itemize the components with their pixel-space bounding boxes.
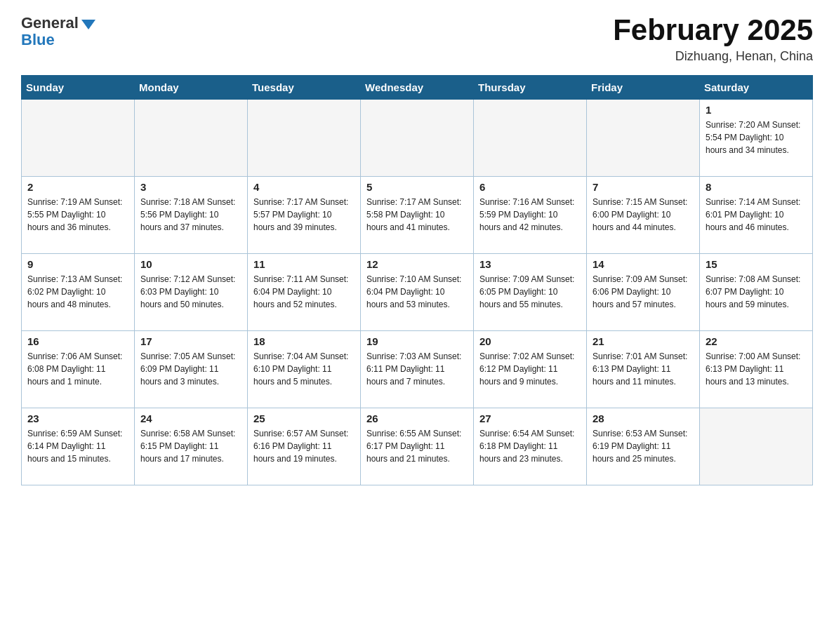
calendar-cell: 19Sunrise: 7:03 AM Sunset: 6:11 PM Dayli…: [361, 331, 474, 408]
logo-arrow-icon: [81, 20, 95, 29]
day-info: Sunrise: 7:17 AM Sunset: 5:58 PM Dayligh…: [366, 196, 468, 234]
day-number: 17: [140, 335, 241, 347]
calendar-cell: 28Sunrise: 6:53 AM Sunset: 6:19 PM Dayli…: [587, 408, 700, 485]
calendar-cell: [474, 100, 587, 177]
day-number: 7: [593, 181, 694, 193]
logo-general-text: General: [21, 14, 79, 32]
day-info: Sunrise: 7:20 AM Sunset: 5:54 PM Dayligh…: [706, 119, 807, 156]
calendar-cell: 27Sunrise: 6:54 AM Sunset: 6:18 PM Dayli…: [474, 408, 587, 485]
day-number: 10: [140, 258, 241, 270]
calendar-cell: 24Sunrise: 6:58 AM Sunset: 6:15 PM Dayli…: [135, 408, 248, 485]
calendar-week-1: 1Sunrise: 7:20 AM Sunset: 5:54 PM Daylig…: [22, 100, 813, 177]
day-number: 4: [253, 181, 355, 193]
day-info: Sunrise: 6:57 AM Sunset: 6:16 PM Dayligh…: [253, 427, 355, 465]
calendar-cell: 20Sunrise: 7:02 AM Sunset: 6:12 PM Dayli…: [474, 331, 587, 408]
calendar-cell: 17Sunrise: 7:05 AM Sunset: 6:09 PM Dayli…: [135, 331, 248, 408]
day-info: Sunrise: 7:05 AM Sunset: 6:09 PM Dayligh…: [140, 350, 241, 388]
day-info: Sunrise: 7:12 AM Sunset: 6:03 PM Dayligh…: [140, 273, 241, 311]
day-info: Sunrise: 6:58 AM Sunset: 6:15 PM Dayligh…: [140, 427, 241, 465]
day-number: 21: [593, 335, 694, 347]
calendar-cell: [22, 100, 135, 177]
weekday-header-saturday: Saturday: [700, 76, 813, 100]
day-number: 23: [27, 412, 128, 424]
day-info: Sunrise: 7:13 AM Sunset: 6:02 PM Dayligh…: [27, 273, 128, 311]
calendar-cell: 23Sunrise: 6:59 AM Sunset: 6:14 PM Dayli…: [22, 408, 135, 485]
calendar-cell: [587, 100, 700, 177]
day-number: 26: [366, 412, 468, 424]
day-number: 9: [27, 258, 128, 270]
calendar-cell: 13Sunrise: 7:09 AM Sunset: 6:05 PM Dayli…: [474, 254, 587, 331]
day-number: 20: [479, 335, 581, 347]
calendar-cell: 8Sunrise: 7:14 AM Sunset: 6:01 PM Daylig…: [700, 177, 813, 254]
calendar-cell: 2Sunrise: 7:19 AM Sunset: 5:55 PM Daylig…: [22, 177, 135, 254]
logo: General Blue: [21, 14, 95, 49]
calendar-cell: 16Sunrise: 7:06 AM Sunset: 6:08 PM Dayli…: [22, 331, 135, 408]
day-number: 27: [479, 412, 581, 424]
day-info: Sunrise: 7:03 AM Sunset: 6:11 PM Dayligh…: [366, 350, 468, 388]
day-number: 6: [479, 181, 581, 193]
month-title: February 2025: [613, 14, 813, 46]
calendar-cell: 21Sunrise: 7:01 AM Sunset: 6:13 PM Dayli…: [587, 331, 700, 408]
weekday-header-thursday: Thursday: [474, 76, 587, 100]
calendar-cell: 12Sunrise: 7:10 AM Sunset: 6:04 PM Dayli…: [361, 254, 474, 331]
day-info: Sunrise: 7:02 AM Sunset: 6:12 PM Dayligh…: [479, 350, 581, 388]
calendar-cell: 18Sunrise: 7:04 AM Sunset: 6:10 PM Dayli…: [248, 331, 361, 408]
calendar-table: SundayMondayTuesdayWednesdayThursdayFrid…: [21, 75, 813, 485]
day-info: Sunrise: 7:04 AM Sunset: 6:10 PM Dayligh…: [253, 350, 355, 388]
calendar-cell: 26Sunrise: 6:55 AM Sunset: 6:17 PM Dayli…: [361, 408, 474, 485]
day-number: 24: [140, 412, 241, 424]
day-info: Sunrise: 7:11 AM Sunset: 6:04 PM Dayligh…: [253, 273, 355, 311]
day-info: Sunrise: 6:55 AM Sunset: 6:17 PM Dayligh…: [366, 427, 468, 465]
calendar-cell: 1Sunrise: 7:20 AM Sunset: 5:54 PM Daylig…: [700, 100, 813, 177]
day-number: 5: [366, 181, 468, 193]
day-number: 12: [366, 258, 468, 270]
calendar-week-3: 9Sunrise: 7:13 AM Sunset: 6:02 PM Daylig…: [22, 254, 813, 331]
day-info: Sunrise: 6:59 AM Sunset: 6:14 PM Dayligh…: [27, 427, 128, 465]
day-number: 14: [593, 258, 694, 270]
day-info: Sunrise: 7:15 AM Sunset: 6:00 PM Dayligh…: [593, 196, 694, 234]
day-info: Sunrise: 7:18 AM Sunset: 5:56 PM Dayligh…: [140, 196, 241, 234]
weekday-header-friday: Friday: [587, 76, 700, 100]
day-number: 13: [479, 258, 581, 270]
calendar-cell: 11Sunrise: 7:11 AM Sunset: 6:04 PM Dayli…: [248, 254, 361, 331]
calendar-header-row: SundayMondayTuesdayWednesdayThursdayFrid…: [22, 76, 813, 100]
calendar-cell: 9Sunrise: 7:13 AM Sunset: 6:02 PM Daylig…: [22, 254, 135, 331]
day-info: Sunrise: 7:14 AM Sunset: 6:01 PM Dayligh…: [706, 196, 807, 234]
weekday-header-sunday: Sunday: [22, 76, 135, 100]
calendar-week-5: 23Sunrise: 6:59 AM Sunset: 6:14 PM Dayli…: [22, 408, 813, 485]
day-info: Sunrise: 7:09 AM Sunset: 6:05 PM Dayligh…: [479, 273, 581, 311]
calendar-cell: 7Sunrise: 7:15 AM Sunset: 6:00 PM Daylig…: [587, 177, 700, 254]
day-number: 3: [140, 181, 241, 193]
calendar-cell: [700, 408, 813, 485]
day-info: Sunrise: 7:19 AM Sunset: 5:55 PM Dayligh…: [27, 196, 128, 234]
day-number: 18: [253, 335, 355, 347]
calendar-cell: 6Sunrise: 7:16 AM Sunset: 5:59 PM Daylig…: [474, 177, 587, 254]
calendar-cell: 14Sunrise: 7:09 AM Sunset: 6:06 PM Dayli…: [587, 254, 700, 331]
day-number: 16: [27, 335, 128, 347]
calendar-cell: 3Sunrise: 7:18 AM Sunset: 5:56 PM Daylig…: [135, 177, 248, 254]
day-number: 8: [706, 181, 807, 193]
calendar-cell: 4Sunrise: 7:17 AM Sunset: 5:57 PM Daylig…: [248, 177, 361, 254]
day-number: 11: [253, 258, 355, 270]
day-info: Sunrise: 7:10 AM Sunset: 6:04 PM Dayligh…: [366, 273, 468, 311]
logo-blue-text: Blue: [21, 31, 55, 49]
calendar-cell: [361, 100, 474, 177]
calendar-cell: [248, 100, 361, 177]
title-section: February 2025 Dizhuang, Henan, China: [613, 14, 813, 64]
calendar-week-4: 16Sunrise: 7:06 AM Sunset: 6:08 PM Dayli…: [22, 331, 813, 408]
calendar-cell: 10Sunrise: 7:12 AM Sunset: 6:03 PM Dayli…: [135, 254, 248, 331]
calendar-cell: 22Sunrise: 7:00 AM Sunset: 6:13 PM Dayli…: [700, 331, 813, 408]
day-info: Sunrise: 6:54 AM Sunset: 6:18 PM Dayligh…: [479, 427, 581, 465]
calendar-cell: 25Sunrise: 6:57 AM Sunset: 6:16 PM Dayli…: [248, 408, 361, 485]
weekday-header-monday: Monday: [135, 76, 248, 100]
day-info: Sunrise: 7:01 AM Sunset: 6:13 PM Dayligh…: [593, 350, 694, 388]
day-number: 2: [27, 181, 128, 193]
location: Dizhuang, Henan, China: [613, 49, 813, 64]
page-header: General Blue February 2025 Dizhuang, Hen…: [21, 14, 813, 64]
day-number: 19: [366, 335, 468, 347]
day-info: Sunrise: 7:06 AM Sunset: 6:08 PM Dayligh…: [27, 350, 128, 388]
day-info: Sunrise: 7:17 AM Sunset: 5:57 PM Dayligh…: [253, 196, 355, 234]
day-number: 22: [706, 335, 807, 347]
day-info: Sunrise: 7:09 AM Sunset: 6:06 PM Dayligh…: [593, 273, 694, 311]
weekday-header-wednesday: Wednesday: [361, 76, 474, 100]
